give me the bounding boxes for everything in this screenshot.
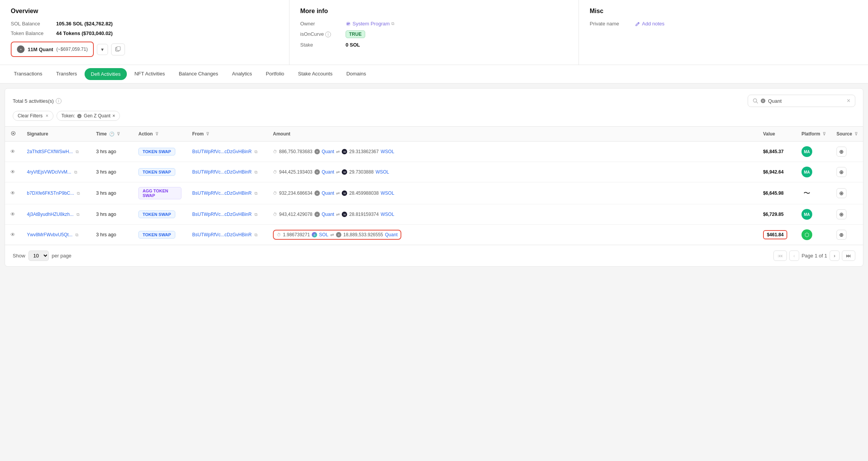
amount-to-token[interactable]: WSOL [376, 169, 389, 175]
from-address[interactable]: BsUTWpRfVc...cDzGvHBinR [192, 212, 252, 217]
from-copy-icon[interactable]: ⧉ [254, 232, 258, 237]
row-eye-icon[interactable]: 👁 [10, 169, 15, 175]
clear-filters-label: Clear Filters [18, 113, 43, 119]
token-filter-label: Token: [62, 113, 75, 119]
prev-page-button[interactable]: ‹ [789, 251, 799, 261]
signature-link[interactable]: 4j3AtByudhHZU8kzh... [27, 212, 73, 217]
amount-from-token[interactable]: Quant [322, 149, 334, 154]
from-copy-icon[interactable]: ⧉ [254, 170, 258, 174]
value-cell: $6,845.37 [763, 149, 783, 154]
sig-copy-icon[interactable]: ⧉ [76, 212, 80, 217]
from-address[interactable]: BsUTWpRfVc...cDzGvHBinR [192, 190, 252, 196]
tab-defi[interactable]: Defi Activities [85, 68, 126, 80]
action-badge: TOKEN SWAP [138, 168, 175, 176]
amount-to-token[interactable]: WSOL [381, 190, 394, 196]
sig-copy-icon[interactable]: ⧉ [76, 149, 79, 154]
col-platform-label: Platform [801, 131, 820, 137]
row-time: 3 hrs ago [96, 149, 116, 154]
col-header-from: From ⊽ [187, 127, 268, 142]
sig-copy-icon[interactable]: ⧉ [74, 170, 77, 174]
per-page-select[interactable]: 10 25 50 [28, 251, 49, 261]
row-time-cell: 3 hrs ago [91, 182, 133, 204]
from-copy-icon[interactable]: ⧉ [254, 191, 258, 195]
from-filter-icon[interactable]: ⊽ [206, 132, 209, 136]
owner-link[interactable]: System Program ⧉ [346, 21, 394, 27]
token-filter-x[interactable]: × [112, 113, 115, 119]
amount-from-token[interactable]: SOL [319, 232, 328, 237]
overview-title: Overview [11, 8, 278, 15]
search-clear-icon[interactable]: × [847, 97, 850, 104]
signature-link[interactable]: 2aThdtSFCXfWSwH... [27, 149, 73, 154]
content-header: Total 5 activities(s) i ≡ × [5, 89, 863, 107]
tab-portfolio[interactable]: Portfolio [260, 65, 291, 83]
row-platform-cell: MA [796, 142, 831, 162]
from-copy-icon[interactable]: ⧉ [254, 149, 258, 154]
amount-to-token[interactable]: Quant [385, 232, 398, 237]
row-from-cell: BsUTWpRfVc...cDzGvHBinR ⧉ [187, 225, 268, 245]
token-selector-box[interactable]: ≡ 11M Quant (~$697,059.71) [11, 42, 94, 57]
source-filter-icon[interactable]: ⊽ [855, 132, 858, 136]
from-copy-icon[interactable]: ⧉ [254, 212, 258, 217]
search-box[interactable]: ≡ × [748, 95, 855, 107]
sig-copy-icon[interactable]: ⧉ [75, 232, 78, 237]
signature-link[interactable]: 4ryVtEjsVWDciVvM... [27, 169, 71, 175]
first-page-button[interactable]: ⏮ [773, 251, 787, 261]
row-value-cell: $6,845.37 [758, 142, 796, 162]
info-icon[interactable]: i [325, 32, 331, 37]
action-filter-icon[interactable]: ⊽ [155, 132, 158, 136]
tab-stake-accounts[interactable]: Stake Accounts [292, 65, 339, 83]
amount-from-token[interactable]: Quant [322, 190, 334, 196]
from-address[interactable]: BsUTWpRfVc...cDzGvHBinR [192, 232, 252, 237]
svg-point-15 [13, 133, 14, 134]
last-page-button[interactable]: ⏭ [842, 251, 855, 261]
source-icon: ⊕ [836, 147, 846, 157]
eye-settings-icon[interactable] [10, 130, 16, 136]
clear-filters-x[interactable]: × [46, 113, 48, 119]
platform-filter-icon[interactable]: ⊽ [823, 132, 826, 136]
row-eye-icon[interactable]: 👁 [10, 212, 15, 217]
amount-to-num: 29.7303888 [349, 169, 373, 175]
token-balance-label: Token Balance [11, 30, 53, 36]
time-clock-icon[interactable]: 🕐 [109, 132, 115, 136]
tab-transactions[interactable]: Transactions [8, 65, 48, 83]
signature-link[interactable]: Ywv8MrFWvbvU5Qt... [27, 232, 73, 237]
count-info-icon[interactable]: i [56, 98, 62, 104]
from-address[interactable]: BsUTWpRfVc...cDzGvHBinR [192, 149, 252, 154]
add-notes-link[interactable]: Add notes [635, 21, 665, 27]
amount-from-token[interactable]: Quant [322, 169, 334, 175]
tab-domains[interactable]: Domains [340, 65, 372, 83]
tab-analytics[interactable]: Analytics [226, 65, 258, 83]
amount-from-num: 943,412.429078 [279, 212, 313, 217]
row-amount-cell: ⏱ 1.986739271 S SOL ⇌ ≡ 18,889,533.92655… [268, 225, 758, 245]
from-address[interactable]: BsUTWpRfVc...cDzGvHBinR [192, 169, 252, 175]
tab-transfers[interactable]: Transfers [50, 65, 83, 83]
search-input[interactable] [768, 98, 845, 104]
row-eye-icon[interactable]: 👁 [10, 190, 15, 196]
time-filter-icon[interactable]: ⊽ [117, 132, 120, 136]
tab-nft[interactable]: NFT Activities [128, 65, 171, 83]
sig-copy-icon[interactable]: ⧉ [77, 191, 80, 195]
token-dropdown-button[interactable]: ▾ [97, 44, 108, 55]
is-on-curve-label: isOnCurve i [300, 31, 343, 37]
copy-icon[interactable]: ⧉ [391, 21, 394, 26]
svg-line-9 [757, 102, 758, 104]
row-eye-icon[interactable]: 👁 [10, 149, 15, 154]
row-amount-cell: ⏱ 943,412.429078 ≡ Quant ⇌ W 28.81915937… [268, 204, 758, 225]
row-source-cell: ⊕ [831, 162, 863, 182]
next-page-button[interactable]: › [830, 251, 840, 261]
token-balance-row: Token Balance 44 Tokens ($703,040.02) [11, 30, 278, 36]
amount-to-token[interactable]: WSOL [381, 149, 394, 154]
amount-from-token[interactable]: Quant [322, 212, 334, 217]
signature-link[interactable]: b7DXfe6FK5TnP9bC... [27, 190, 74, 196]
owner-label: Owner [300, 21, 343, 27]
tab-balance-changes[interactable]: Balance Changes [173, 65, 224, 83]
amount-to-token[interactable]: WSOL [381, 212, 394, 217]
row-from-cell: BsUTWpRfVc...cDzGvHBinR ⧉ [187, 162, 268, 182]
col-from-label: From [192, 131, 204, 137]
row-from-cell: BsUTWpRfVc...cDzGvHBinR ⧉ [187, 142, 268, 162]
clear-filters-chip[interactable]: Clear Filters × [13, 111, 53, 121]
token-copy-button[interactable] [111, 43, 125, 55]
col-time-label: Time [96, 131, 107, 137]
row-action-cell: TOKEN SWAP [133, 204, 187, 225]
row-eye-icon[interactable]: 👁 [10, 232, 15, 237]
